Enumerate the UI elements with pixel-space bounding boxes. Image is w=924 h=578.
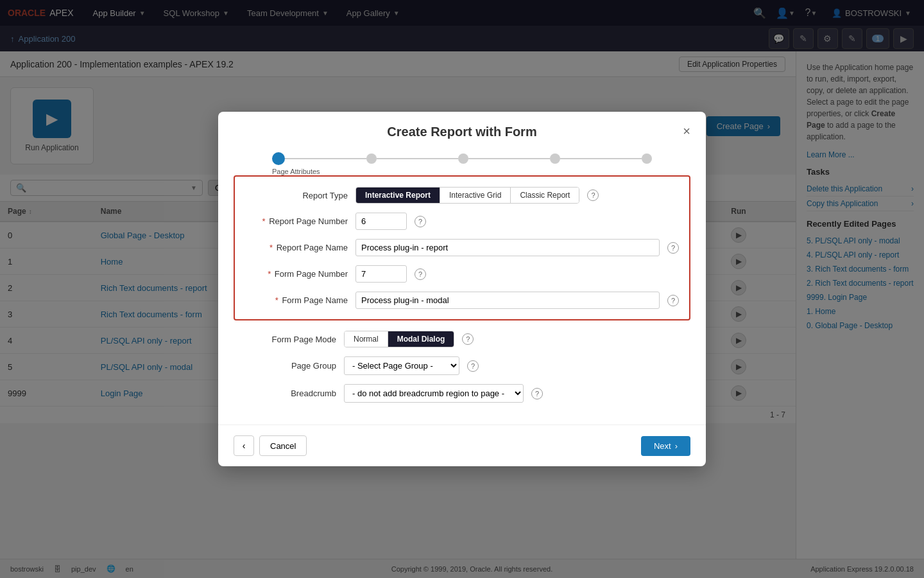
step-3-circle [458, 153, 468, 164]
breadcrumb-select[interactable]: - do not add breadcrumb region to page - [344, 384, 524, 403]
step-line-3 [468, 158, 550, 159]
form-page-mode-label: Form Page Mode [234, 335, 336, 344]
page-group-help-icon[interactable]: ? [467, 360, 479, 372]
modal-dialog-mode-btn[interactable]: Modal Dialog [388, 331, 454, 347]
step-2-circle [366, 153, 377, 164]
next-btn[interactable]: Next › [641, 436, 690, 456]
page-group-select[interactable]: - Select Page Group - [344, 356, 459, 375]
modal-header: Create Report with Form × Page Attribute… [218, 112, 706, 175]
report-page-number-row: * Report Page Number ? [245, 213, 679, 230]
normal-mode-btn[interactable]: Normal [345, 331, 388, 347]
form-page-number-help-icon[interactable]: ? [415, 268, 426, 280]
step-5-circle [642, 153, 652, 164]
form-page-name-label: * Form Page Name [245, 295, 348, 305]
form-page-number-row: * Form Page Number ? [245, 265, 679, 283]
report-page-name-input[interactable] [355, 239, 660, 256]
page-group-label: Page Group [234, 361, 336, 371]
next-chevron-icon: › [675, 441, 678, 451]
report-type-row: Report Type Interactive Report Interacti… [245, 187, 679, 204]
form-page-number-input[interactable] [355, 265, 407, 283]
interactive-report-btn[interactable]: Interactive Report [356, 188, 440, 203]
interactive-grid-btn[interactable]: Interactive Grid [440, 188, 511, 203]
report-page-number-label: * Report Page Number [245, 216, 348, 226]
step-label: Page Attributes [272, 168, 320, 175]
step-line-4 [560, 158, 642, 159]
steps-container: Page Attributes [234, 152, 690, 175]
report-type-help-icon[interactable]: ? [587, 189, 599, 201]
report-type-label: Report Type [245, 191, 348, 200]
page-attributes-section: Report Type Interactive Report Interacti… [234, 175, 690, 320]
step-1-circle [272, 152, 285, 165]
report-page-name-help-icon[interactable]: ? [667, 242, 679, 254]
form-page-mode-group: Normal Modal Dialog [344, 331, 454, 347]
form-page-name-help-icon[interactable]: ? [667, 295, 679, 306]
form-page-name-row: * Form Page Name ? [245, 292, 679, 309]
modal-close-btn[interactable]: × [678, 122, 696, 140]
modal-title: Create Report with Form [234, 125, 690, 139]
breadcrumb-row: Breadcrumb - do not add breadcrumb regio… [234, 384, 690, 403]
breadcrumb-label: Breadcrumb [234, 389, 336, 398]
classic-report-btn[interactable]: Classic Report [511, 188, 579, 203]
step-4-circle [550, 153, 560, 164]
step-line-1 [285, 158, 366, 159]
report-page-number-help-icon[interactable]: ? [415, 216, 426, 227]
create-report-modal: Create Report with Form × Page Attribute… [218, 112, 706, 466]
step-line-2 [377, 158, 458, 159]
modal-overlay: Create Report with Form × Page Attribute… [0, 0, 924, 578]
modal-body: Report Type Interactive Report Interacti… [218, 175, 706, 425]
form-page-mode-row: Form Page Mode Normal Modal Dialog ? [234, 331, 690, 347]
steps-row [234, 152, 690, 165]
form-page-number-label: * Form Page Number [245, 269, 348, 279]
breadcrumb-help-icon[interactable]: ? [531, 388, 543, 399]
report-page-number-input[interactable] [355, 213, 407, 230]
report-page-name-label: * Report Page Name [245, 243, 348, 252]
form-page-mode-help-icon[interactable]: ? [462, 333, 474, 345]
modal-footer: ‹ Cancel Next › [218, 425, 706, 466]
cancel-btn[interactable]: Cancel [259, 435, 307, 456]
report-type-group: Interactive Report Interactive Grid Clas… [355, 187, 579, 204]
report-page-name-row: * Report Page Name ? [245, 239, 679, 256]
back-step-btn[interactable]: ‹ [234, 435, 254, 456]
footer-left: ‹ Cancel [234, 435, 307, 456]
page-group-row: Page Group - Select Page Group - ? [234, 356, 690, 375]
form-page-name-input[interactable] [355, 292, 660, 309]
